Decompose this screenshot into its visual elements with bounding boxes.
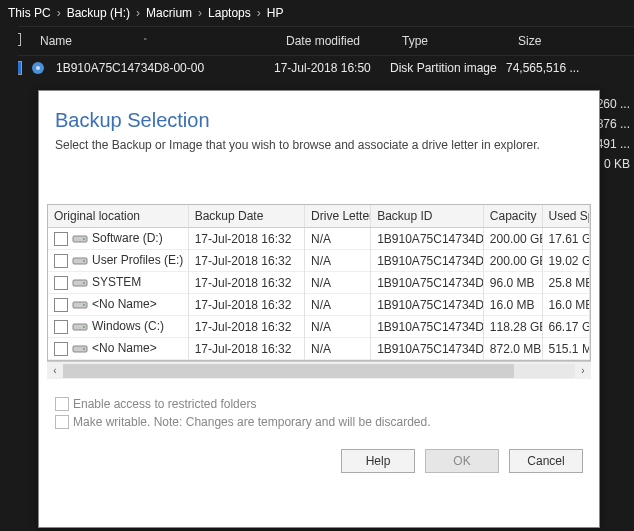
scroll-right-icon[interactable]: › (575, 363, 591, 379)
row-checkbox[interactable] (54, 320, 68, 334)
cell-backup-id: 1B910A75C14734D8 (371, 272, 484, 294)
file-date: 17-Jul-2018 16:50 (270, 61, 386, 75)
cell-capacity: 872.0 MB (484, 338, 543, 360)
header-capacity[interactable]: Capacity (484, 205, 543, 227)
cell-backup-id: 1B910A75C14734D8 (371, 250, 484, 272)
column-name[interactable]: Name ˄ (36, 28, 282, 54)
cell-location: Software (D:) (48, 227, 189, 250)
row-checkbox[interactable] (54, 298, 68, 312)
svg-point-3 (83, 238, 85, 240)
row-checkbox[interactable] (54, 254, 68, 268)
header-original-location[interactable]: Original location (48, 205, 189, 227)
cell-backup-id: 1B910A75C14734D8 (371, 228, 484, 250)
option-restricted[interactable]: Enable access to restricted folders (55, 397, 583, 411)
dialog-buttons: Help OK Cancel (39, 441, 599, 485)
column-name-label: Name (40, 34, 72, 48)
chevron-right-icon: › (198, 6, 202, 20)
column-date[interactable]: Date modified (282, 28, 398, 54)
ok-button[interactable]: OK (425, 449, 499, 473)
grid-row[interactable]: Software (D:)17-Jul-2018 16:32N/A1B910A7… (48, 228, 590, 250)
crumb-laptops[interactable]: Laptops (208, 6, 251, 20)
svg-point-13 (83, 348, 85, 350)
grid-row[interactable]: User Profiles (E:)17-Jul-2018 16:32N/A1B… (48, 250, 590, 272)
cell-drive-letter: N/A (305, 338, 371, 360)
grid-row[interactable]: <No Name>17-Jul-2018 16:32N/A1B910A75C14… (48, 338, 590, 360)
header-drive-letter[interactable]: Drive Letter (305, 205, 371, 227)
row-checkbox[interactable] (54, 232, 68, 246)
scroll-thumb[interactable] (63, 364, 514, 378)
header-backup-id[interactable]: Backup ID (371, 205, 484, 227)
cell-date: 17-Jul-2018 16:32 (189, 316, 305, 338)
svg-point-9 (83, 304, 85, 306)
drive-icon (72, 255, 88, 267)
svg-point-11 (83, 326, 85, 328)
cell-backup-id: 1B910A75C14734D8 (371, 294, 484, 316)
cell-drive-letter: N/A (305, 250, 371, 272)
crumb-macrium[interactable]: Macrium (146, 6, 192, 20)
column-type[interactable]: Type (398, 28, 514, 54)
file-name: 1B910A75C14734D8-00-00 (52, 61, 270, 75)
disk-image-icon (30, 60, 46, 76)
backup-selection-dialog: Backup Selection Select the Backup or Im… (38, 90, 600, 528)
drive-icon (72, 299, 88, 311)
cell-location: User Profiles (E:) (48, 249, 189, 272)
cell-drive-letter: N/A (305, 316, 371, 338)
file-row[interactable]: ✓ 1B910A75C14734D8-00-00 17-Jul-2018 16:… (0, 56, 634, 80)
cell-used: 17.61 GB (543, 228, 590, 250)
file-size: 74,565,516 ... (502, 61, 602, 75)
restricted-checkbox[interactable] (55, 397, 69, 411)
scroll-track[interactable] (63, 364, 575, 378)
crumb-hp[interactable]: HP (267, 6, 284, 20)
svg-point-1 (36, 66, 40, 70)
sort-arrow-up-icon: ˄ (143, 37, 148, 47)
row-checkbox[interactable] (54, 276, 68, 290)
chevron-right-icon: › (257, 6, 261, 20)
file-type: Disk Partition image (386, 61, 502, 75)
header-used[interactable]: Used Sp (543, 205, 590, 227)
cell-backup-id: 1B910A75C14734D8 (371, 316, 484, 338)
grid-row[interactable]: SYSTEM17-Jul-2018 16:32N/A1B910A75C14734… (48, 272, 590, 294)
cell-capacity: 16.0 MB (484, 294, 543, 316)
grid-row[interactable]: Windows (C:)17-Jul-2018 16:32N/A1B910A75… (48, 316, 590, 338)
writable-checkbox[interactable] (55, 415, 69, 429)
location-text: SYSTEM (92, 275, 141, 289)
column-size[interactable]: Size (514, 28, 614, 54)
cell-date: 17-Jul-2018 16:32 (189, 250, 305, 272)
grid-row[interactable]: <No Name>17-Jul-2018 16:32N/A1B910A75C14… (48, 294, 590, 316)
cell-used: 16.0 MB (543, 294, 590, 316)
cell-used: 19.02 GB (543, 250, 590, 272)
cell-capacity: 200.00 GB (484, 250, 543, 272)
svg-point-7 (83, 282, 85, 284)
cell-location: Windows (C:) (48, 315, 189, 338)
cell-date: 17-Jul-2018 16:32 (189, 272, 305, 294)
cell-date: 17-Jul-2018 16:32 (189, 338, 305, 360)
cell-date: 17-Jul-2018 16:32 (189, 228, 305, 250)
svg-point-5 (83, 260, 85, 262)
scroll-left-icon[interactable]: ‹ (47, 363, 63, 379)
location-text: User Profiles (E:) (92, 253, 183, 267)
file-list-header: Name ˄ Date modified Type Size (0, 26, 634, 56)
cell-date: 17-Jul-2018 16:32 (189, 294, 305, 316)
header-backup-date[interactable]: Backup Date (189, 205, 305, 227)
crumb-this-pc[interactable]: This PC (8, 6, 51, 20)
row-checkbox[interactable] (54, 342, 68, 356)
cell-drive-letter: N/A (305, 228, 371, 250)
cell-used: 25.8 MB (543, 272, 590, 294)
horizontal-scrollbar[interactable]: ‹ › (47, 361, 591, 379)
breadcrumb[interactable]: This PC › Backup (H:) › Macrium › Laptop… (0, 0, 634, 26)
drive-icon (72, 277, 88, 289)
location-text: Software (D:) (92, 231, 163, 245)
cell-location: SYSTEM (48, 271, 189, 294)
location-text: <No Name> (92, 297, 157, 311)
dialog-subtitle: Select the Backup or Image that you wish… (39, 138, 599, 164)
help-button[interactable]: Help (341, 449, 415, 473)
cell-used: 66.17 GB (543, 316, 590, 338)
option-writable[interactable]: Make writable. Note: Changes are tempora… (55, 415, 583, 429)
crumb-backup[interactable]: Backup (H:) (67, 6, 130, 20)
cancel-button[interactable]: Cancel (509, 449, 583, 473)
backup-grid: Original location Backup Date Drive Lett… (47, 204, 591, 361)
location-text: Windows (C:) (92, 319, 164, 333)
drive-icon (72, 343, 88, 355)
cell-capacity: 200.00 GB (484, 228, 543, 250)
dialog-title: Backup Selection (39, 91, 599, 138)
